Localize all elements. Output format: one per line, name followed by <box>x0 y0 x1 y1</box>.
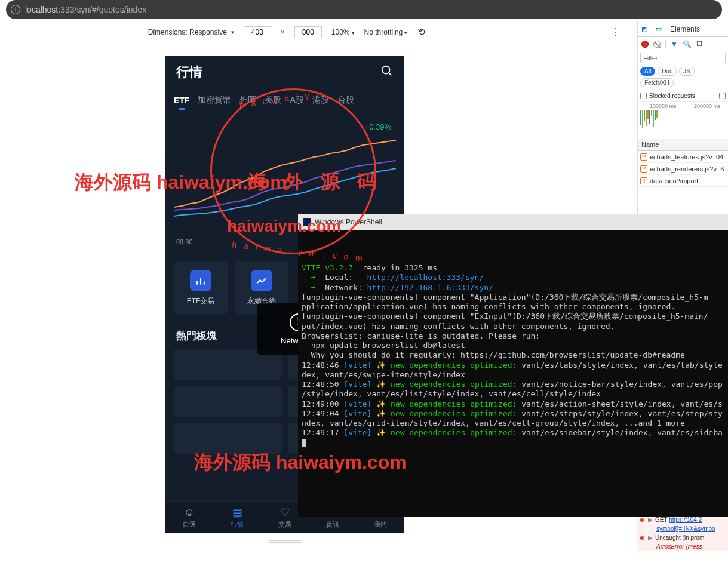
powershell-titlebar[interactable]: Windows PowerShell <box>298 214 728 230</box>
block-cell[interactable]: ---- -- <box>174 386 282 417</box>
powershell-window[interactable]: Windows PowerShell VITE v3.2.7 ready in … <box>298 214 728 517</box>
file-name: echarts_features.js?v=04 <box>650 153 723 161</box>
timeline-tick: 200000 ms <box>694 103 721 109</box>
rotate-icon[interactable]: ⟲ <box>415 25 426 38</box>
tab-us[interactable]: 美股 <box>265 95 281 106</box>
svg-point-0 <box>382 66 390 73</box>
app-header: 行情 <box>165 56 404 89</box>
filter-doc[interactable]: Doc <box>658 67 677 76</box>
dimension-separator: × <box>281 28 285 36</box>
tab-cn[interactable]: A股 <box>290 95 303 106</box>
elements-tab[interactable]: Elements <box>670 25 700 33</box>
network-timeline[interactable]: 100000 ms 200000 ms <box>638 102 728 139</box>
tab-forex[interactable]: 外匯 <box>239 95 256 106</box>
width-input[interactable] <box>244 26 271 38</box>
tab-tw[interactable]: 台股 <box>337 95 354 106</box>
clear-icon[interactable] <box>653 41 661 48</box>
page-title: 行情 <box>176 63 202 81</box>
network-file-row[interactable]: JS echarts_renderers.js?v=6 <box>638 163 728 175</box>
chart-icon: ▤ <box>232 506 242 519</box>
js-file-icon: JS <box>640 165 647 173</box>
device-canvas: 行情 ETF 加密貨幣 外匯 美股 A股 港股 台股 +0.39% 09:30 … <box>0 41 637 563</box>
tab-crypto[interactable]: 加密貨幣 <box>198 95 231 106</box>
preserve-checkbox[interactable]: ☐ <box>696 40 702 48</box>
smile-icon: ☺ <box>184 506 195 519</box>
error-icon: ⊗ <box>640 516 646 523</box>
record-icon[interactable] <box>641 41 649 48</box>
inspect-icon[interactable]: ◩ <box>641 25 650 33</box>
network-file-row[interactable]: {} data.json?import <box>638 175 728 187</box>
filter-input[interactable] <box>640 53 726 63</box>
type-filter-row: All Doc JS Fetch/XH <box>638 64 728 90</box>
blocked-requests-row: Blocked requests <box>638 90 728 102</box>
category-tabs: ETF 加密貨幣 外匯 美股 A股 港股 台股 <box>165 89 404 112</box>
tab-hk[interactable]: 港股 <box>312 95 329 106</box>
timeline-tick: 100000 ms <box>650 103 677 109</box>
powershell-output[interactable]: VITE v3.2.7 ready in 3325 ms ➜ Local: ht… <box>298 230 728 451</box>
site-info-icon[interactable]: i <box>11 5 20 14</box>
browser-url-bar[interactable]: i localhost:333/syn/#/quotes/index <box>6 0 722 19</box>
js-file-icon: JS <box>640 153 647 161</box>
bar-chart-icon <box>190 270 211 291</box>
powershell-icon <box>303 218 311 226</box>
tab-etf[interactable]: ETF <box>174 96 189 105</box>
nav-quotes[interactable]: ▤行情 <box>213 502 261 533</box>
throttling-dropdown[interactable]: No throttling <box>364 28 408 36</box>
file-name: data.json?import <box>650 177 698 184</box>
expand-arrow-icon[interactable]: ▶ <box>648 534 653 541</box>
zoom-dropdown[interactable]: 100% <box>331 28 355 36</box>
card-etf-trade[interactable]: ETF交易 <box>174 261 228 315</box>
powershell-title-text: Windows PowerShell <box>315 218 382 226</box>
heart-icon: ♡ <box>280 506 290 519</box>
extra-checkbox[interactable] <box>719 93 726 99</box>
file-name: echarts_renderers.js?v=6 <box>650 165 724 173</box>
search-icon[interactable]: 🔍 <box>683 40 692 48</box>
filter-fetch[interactable]: Fetch/XH <box>640 78 674 87</box>
device-toolbar: Dimensions: Responsive × 100% No throttl… <box>0 21 728 43</box>
console-error-detail: AxiosError {mess <box>637 542 728 551</box>
devtools-tabs: ◩ ▭ Elements <box>638 21 728 37</box>
card-label: ETF交易 <box>187 296 215 306</box>
height-input[interactable] <box>294 26 322 38</box>
network-toolbar: ▼ 🔍 ☐ <box>638 37 728 51</box>
svg-line-1 <box>389 72 392 75</box>
blocked-checkbox[interactable] <box>640 93 647 99</box>
filter-js[interactable]: JS <box>679 67 695 76</box>
more-options-icon[interactable]: ⋮ <box>611 26 621 38</box>
blocked-label: Blocked requests <box>649 93 695 99</box>
filter-all[interactable]: All <box>640 67 655 76</box>
trend-icon <box>251 270 272 291</box>
network-file-row[interactable]: JS echarts_features.js?v=04 <box>638 151 728 163</box>
resize-handle-bottom[interactable] <box>269 536 301 547</box>
json-file-icon: {} <box>640 177 647 184</box>
nav-watchlist[interactable]: ☺自選 <box>165 502 213 533</box>
block-cell[interactable]: ---- -- <box>174 423 282 454</box>
name-column-header[interactable]: Name <box>638 139 728 151</box>
search-icon[interactable] <box>380 64 394 81</box>
url-text: localhost:333/syn/#/quotes/index <box>25 5 146 14</box>
expand-arrow-icon[interactable]: ▶ <box>648 516 653 523</box>
filter-input-row <box>638 51 728 64</box>
dimensions-dropdown[interactable]: Dimensions: Responsive <box>148 28 234 36</box>
filter-icon[interactable]: ▼ <box>671 40 678 48</box>
error-icon: ⊗ <box>640 534 646 541</box>
console-error[interactable]: ⊗ ▶ Uncaught (in prom <box>637 533 728 542</box>
device-mode-icon[interactable]: ▭ <box>656 25 664 33</box>
console-error-detail: symbol[]=.INX&symbo <box>637 524 728 533</box>
console-link[interactable]: https://104.2 <box>669 516 702 523</box>
